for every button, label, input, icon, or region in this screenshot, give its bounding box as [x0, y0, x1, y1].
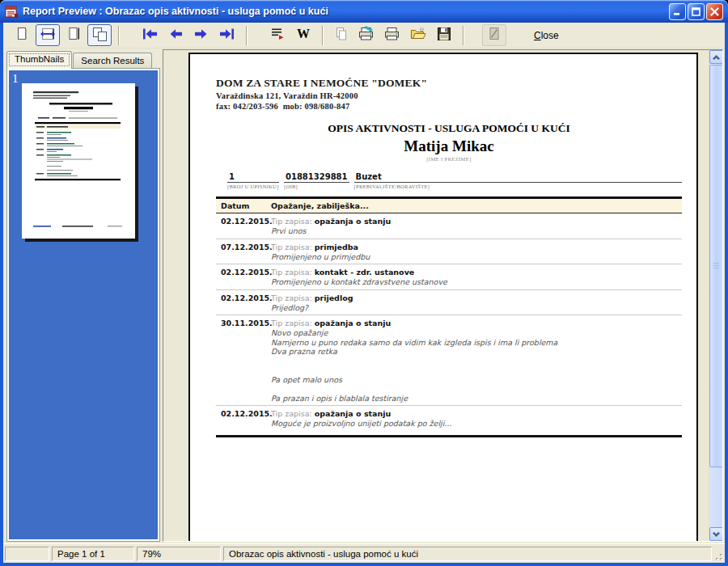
entry-type-value: opažanja o stanju — [315, 409, 392, 418]
titlebar[interactable]: Report Preview : Obrazac opis aktivnosti… — [0, 0, 728, 23]
watermark-button[interactable]: W — [291, 24, 315, 46]
open-button[interactable] — [406, 24, 430, 46]
preview-area: DOM ZA STARE I NEMOĆNE "DOMEK" Varaždins… — [163, 49, 723, 542]
entry-note-line: Promijenjeno u primjedbu — [271, 252, 682, 262]
last-page-icon — [218, 27, 236, 44]
field-value: 01881329881 — [284, 172, 349, 183]
entry-note-line: Moguće je proizvoljno unijeti podatak po… — [271, 419, 682, 429]
fit-page-width-icon — [39, 26, 57, 44]
minimize-button[interactable] — [669, 3, 686, 20]
toolbar-separator — [463, 26, 464, 45]
entry-date: 02.12.2015. — [221, 409, 266, 429]
status-zoom-level: 79% — [137, 547, 221, 561]
print-button[interactable] — [380, 24, 404, 46]
resize-grip[interactable] — [713, 551, 723, 561]
toolbar: W Close — [3, 23, 725, 49]
report-preview-window: Report Preview : Obrazac opis aktivnosti… — [0, 0, 728, 566]
whole-page-button[interactable] — [10, 24, 34, 46]
entry-note-line: Prijedlog? — [271, 303, 682, 313]
table-row: 30.11.2015.Tip zapisa: opažanja o stanju… — [216, 315, 682, 405]
thumbnails-toggle-button[interactable] — [87, 24, 112, 46]
header-fields: 1 [BROJ U UPISNIKU] 01881329881 [OIB] Bu… — [227, 172, 682, 189]
save-button[interactable] — [432, 24, 456, 46]
field-value: Buzet — [354, 172, 682, 183]
entry-type-value: prijedlog — [315, 294, 353, 302]
watermark-icon: W — [295, 26, 311, 44]
report-icon — [5, 5, 19, 19]
svg-text:W: W — [297, 27, 310, 40]
entry-note-line: Pa prazan i opis i blablala testiranje — [271, 394, 682, 403]
prev-page-icon — [167, 27, 184, 44]
person-name-caption: [IME I PREZIME] — [216, 156, 682, 162]
prev-page-button[interactable] — [163, 24, 188, 46]
tab-search-results[interactable]: Search Results — [73, 53, 152, 68]
person-name: Matija Mikac — [216, 137, 682, 155]
close-window-button[interactable] — [706, 3, 723, 20]
print-setup-button[interactable] — [354, 24, 379, 46]
last-page-button[interactable] — [215, 24, 239, 46]
chevron-down-icon — [713, 532, 720, 537]
tab-thumbnails[interactable]: ThumbNails — [6, 51, 72, 69]
table-header-row: Datum Opažanje, zabilješka... — [216, 199, 682, 213]
table-row: 02.12.2015.Tip zapisa: kontakt - zdr. us… — [216, 264, 682, 289]
edit-page-button — [482, 24, 506, 46]
maximize-button[interactable] — [688, 3, 705, 20]
print-icon — [383, 26, 401, 44]
field-caption: [BROJ U UPISNIKU] — [227, 184, 279, 189]
window-title: Report Preview : Obrazac opis aktivnosti… — [23, 6, 669, 17]
edit-page-icon — [487, 26, 502, 44]
goto-page-icon — [269, 26, 286, 44]
entry-note-line — [271, 357, 682, 366]
close-preview-button[interactable]: Close — [526, 27, 567, 44]
company-name: DOM ZA STARE I NEMOĆNE "DOMEK" — [216, 77, 682, 90]
fit-page-width-button[interactable] — [36, 24, 60, 46]
entry-note-line: Dva prazna retka — [271, 347, 682, 357]
report-title: OPIS AKTIVNOSTI - USLUGA POMOĆI U KUĆI — [216, 122, 682, 135]
scroll-down-button[interactable] — [709, 527, 723, 541]
page-100-button[interactable] — [61, 24, 86, 46]
status-empty-cell — [5, 547, 49, 561]
page-thumbnail[interactable] — [22, 83, 135, 239]
toolbar-separator — [322, 26, 324, 45]
entry-note-line: Prvi unos — [271, 226, 682, 236]
goto-page-button[interactable] — [265, 24, 290, 46]
status-page-info: Page 1 of 1 — [52, 547, 134, 561]
field-caption: [OIB] — [284, 184, 349, 189]
next-page-button[interactable] — [189, 24, 214, 46]
company-address: Varaždinska 121, Varaždin HR-42000 — [216, 91, 682, 100]
page-100-icon — [66, 26, 82, 44]
entry-type-value: opažanja o stanju — [315, 217, 392, 226]
table-row: 02.12.2015.Tip zapisa: opažanja o stanju… — [216, 213, 682, 239]
next-page-icon — [193, 27, 210, 44]
entry-note-line — [271, 365, 682, 375]
thumbnail-panel: 1 — [6, 68, 160, 542]
add-page-button — [328, 24, 353, 46]
entry-date: 07.12.2015. — [221, 243, 266, 262]
toolbar-separator — [118, 26, 120, 45]
entry-list: 02.12.2015.Tip zapisa: opažanja o stanju… — [216, 213, 682, 431]
table-bottom-rule — [216, 435, 682, 437]
vertical-scrollbar[interactable] — [709, 50, 722, 541]
entry-note-line: Promijenjeno u kontakt zdravstvene ustan… — [271, 277, 682, 287]
entry-note-line: Novo opažanje — [271, 328, 682, 338]
column-header-date: Datum — [221, 201, 266, 210]
first-page-button[interactable] — [138, 24, 162, 46]
company-contact: fax: 042/203-596 mob: 098/680-847 — [216, 102, 682, 111]
entry-date: 30.11.2015. — [221, 319, 266, 403]
entry-type-label: Tip zapisa: — [271, 243, 315, 251]
first-page-icon — [141, 27, 159, 44]
thumbnails-icon — [90, 26, 109, 44]
entry-type-label: Tip zapisa: — [271, 294, 315, 302]
entry-date: 02.12.2015. — [221, 268, 266, 287]
table-row: 02.12.2015.Tip zapisa: prijedlogPrijedlo… — [216, 289, 682, 315]
scrollbar-thumb[interactable] — [709, 65, 723, 467]
document-page: DOM ZA STARE I NEMOĆNE "DOMEK" Varaždins… — [188, 53, 698, 542]
entry-note-line: Namjerno u puno redaka samo da vidim kak… — [271, 338, 682, 348]
scroll-up-button[interactable] — [709, 50, 723, 64]
entry-type-label: Tip zapisa: — [271, 268, 315, 277]
field-registry-number: 1 [BROJ U UPISNIKU] — [227, 172, 279, 189]
open-folder-icon — [409, 26, 427, 44]
add-page-icon — [332, 26, 349, 44]
entry-type-label: Tip zapisa: — [271, 217, 315, 226]
thumbnail-preview-content — [22, 83, 135, 239]
